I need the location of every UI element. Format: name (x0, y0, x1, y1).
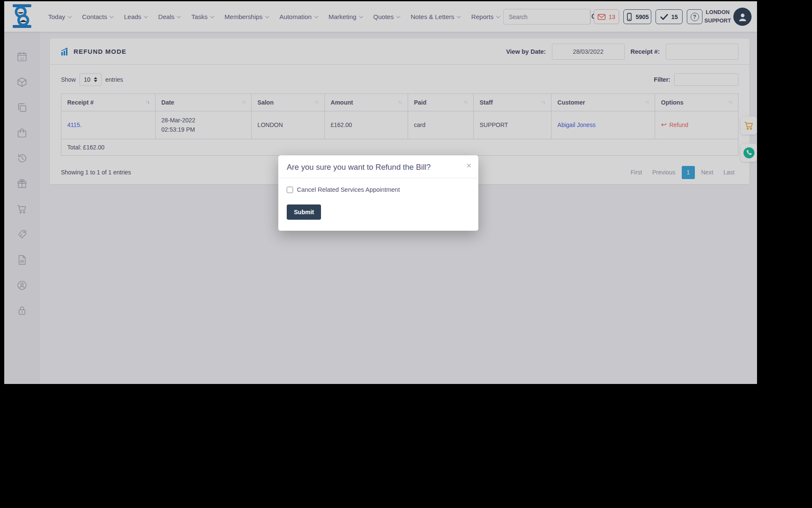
cancel-services-checkbox[interactable] (287, 187, 293, 193)
refund-confirm-modal: Are you sure you want to Refund the Bill… (278, 155, 478, 231)
submit-button[interactable]: Submit (287, 204, 321, 220)
modal-title: Are you sure you want to Refund the Bill… (287, 163, 470, 172)
modal-body: Cancel Related Services Appointment Subm… (278, 178, 478, 231)
cancel-services-row: Cancel Related Services Appointment (287, 186, 470, 193)
app-window: Today Contacts Leads Deals Tasks Members… (4, 1, 757, 384)
modal-header: Are you sure you want to Refund the Bill… (278, 155, 478, 178)
close-icon[interactable]: × (466, 161, 472, 170)
cancel-services-label: Cancel Related Services Appointment (297, 186, 400, 193)
